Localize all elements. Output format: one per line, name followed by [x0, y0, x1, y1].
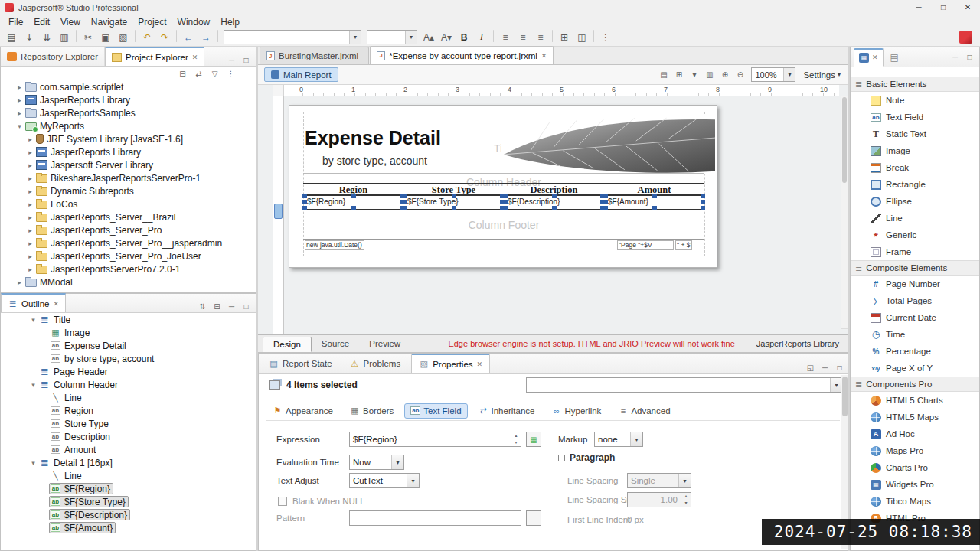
expand-arrow-icon[interactable]: ▸ — [15, 279, 24, 286]
tree-item[interactable]: ▸ JasperReports_Server_Pro__jasperadmin — [10, 236, 256, 249]
menu-item[interactable]: Help — [215, 17, 245, 28]
zoom-level-combo[interactable]: 100% ▾ — [751, 67, 795, 82]
save-icon[interactable]: ↧ — [21, 30, 38, 45]
chevron-down-icon[interactable]: ▾ — [407, 474, 419, 487]
print-icon[interactable]: ▥ — [56, 30, 73, 45]
palette-section-header[interactable]: Components Pro — [851, 377, 979, 392]
outline-item[interactable]: $F{Amount} — [24, 521, 256, 534]
outline-item[interactable]: by store type, account — [24, 352, 256, 365]
palette-item[interactable]: Static Text — [851, 126, 979, 142]
minimize-view-icon[interactable]: ─ — [225, 300, 238, 312]
separator[interactable] — [552, 30, 553, 42]
tab-palette[interactable]: ✕ — [854, 48, 884, 67]
outline-item[interactable]: Page Header — [24, 365, 256, 378]
snap-grid-icon[interactable]: ⊞ — [556, 30, 573, 45]
field-element[interactable]: $F{Store Type} — [405, 196, 502, 208]
expand-arrow-icon[interactable]: ▸ — [25, 253, 35, 260]
selection-handle[interactable] — [503, 194, 508, 198]
collapse-all-icon[interactable]: ⊟ — [176, 67, 189, 80]
chevron-down-icon[interactable]: ▾ — [630, 432, 642, 446]
outline-item[interactable]: Description — [24, 430, 256, 443]
selection-handle[interactable] — [302, 206, 307, 210]
property-tab[interactable]: Borders — [344, 403, 400, 419]
page-format-icon[interactable]: ▤ — [657, 69, 670, 81]
outline-item[interactable]: ▾ Detail 1 [16px] — [24, 456, 256, 469]
outline-item[interactable]: $F{Store Type} — [24, 495, 256, 508]
chevron-down-icon[interactable]: ▾ — [391, 455, 403, 469]
expand-arrow-icon[interactable]: ▸ — [15, 96, 24, 104]
close-tab-icon[interactable]: ✕ — [872, 54, 878, 61]
paste-icon[interactable]: ▧ — [115, 30, 132, 45]
link-editor-icon[interactable]: ⇄ — [192, 67, 205, 80]
palette-item[interactable]: Current Date — [851, 309, 979, 326]
tree-item[interactable]: ▸ JasperReports_Server_Pro_JoeUser — [10, 249, 256, 262]
chevron-down-icon[interactable]: ▾ — [678, 474, 691, 487]
menu-item[interactable]: Project — [132, 17, 172, 28]
expand-arrow-icon[interactable]: ▸ — [25, 227, 35, 234]
design-canvas[interactable]: 012345678910 Expense Detail by store typ… — [258, 85, 850, 334]
palette-item[interactable]: Rectangle — [851, 176, 979, 193]
report-subtitle-text[interactable]: by store type, account — [322, 155, 427, 167]
align-center-icon[interactable]: ≡ — [514, 30, 531, 45]
editor-tab[interactable]: J BurstingMaster.jrxml — [260, 47, 369, 64]
settings-dropdown[interactable]: Settings ▾ — [800, 70, 844, 80]
palette-item[interactable]: Charts Pro — [851, 459, 979, 476]
close-tab-icon[interactable]: ✕ — [192, 54, 198, 61]
palette-item[interactable]: Ad Hoc — [851, 425, 979, 442]
spinner-icon[interactable] — [681, 493, 691, 507]
outline-item[interactable]: $F{Description} — [24, 508, 256, 521]
maximize-view-icon[interactable]: □ — [240, 54, 253, 66]
bottom-tab[interactable]: Properties ✕ — [411, 354, 490, 373]
expand-arrow-icon[interactable]: ▸ — [15, 83, 24, 91]
maximize-view-icon[interactable]: □ — [240, 300, 253, 312]
selection-handle[interactable] — [452, 194, 456, 198]
font-decrease-icon[interactable]: A▾ — [438, 30, 455, 45]
field-element[interactable]: $F{Description} — [505, 196, 603, 208]
separator[interactable] — [135, 30, 136, 42]
expand-arrow-icon[interactable]: ▸ — [25, 214, 35, 221]
tree-item[interactable]: ▸ MModal — [10, 276, 256, 289]
palette-item[interactable]: Total Pages — [851, 292, 979, 309]
tree-item[interactable]: ▸ JasperReports Library — [10, 93, 256, 106]
pattern-input[interactable] — [349, 510, 521, 526]
expand-arrow-icon[interactable]: ▸ — [25, 201, 35, 208]
tree-item[interactable]: ▸ JasperReports_Server__Brazil — [10, 210, 256, 223]
property-tab[interactable]: Text Field — [404, 403, 467, 419]
editor-vertical-scrollbar[interactable] — [841, 96, 848, 329]
date-expression-field[interactable]: new java.util.Date() — [305, 240, 364, 250]
view-tab[interactable]: Source — [312, 337, 359, 350]
minimize-view-icon[interactable]: ─ — [225, 54, 238, 66]
view-tab[interactable]: Design — [263, 337, 312, 352]
property-tab[interactable]: Appearance — [266, 403, 339, 419]
palette-item[interactable]: Time — [851, 326, 979, 343]
selection-handle[interactable] — [403, 200, 407, 204]
scrollbar-thumb[interactable] — [842, 377, 848, 416]
palette-item[interactable]: Line — [851, 210, 979, 227]
leaf-image[interactable] — [501, 116, 717, 174]
selection-handle[interactable] — [302, 200, 307, 204]
outline-item[interactable]: ▾ Column Header — [24, 378, 256, 391]
chevron-down-icon[interactable]: ▾ — [405, 31, 416, 44]
palette-item[interactable]: Tibco Maps — [851, 493, 979, 510]
selection-handle[interactable] — [652, 194, 657, 198]
palette-item[interactable]: Widgets Pro — [851, 476, 979, 493]
palette-item[interactable]: Ellipse — [851, 193, 979, 210]
expression-editor-button[interactable]: ▦ — [526, 432, 541, 447]
expression-input[interactable]: $F{Region} — [349, 432, 521, 447]
minimize-view-icon[interactable]: ─ — [949, 51, 962, 64]
tree-item[interactable]: ▾ MyReports — [10, 119, 256, 132]
tree-item[interactable]: ▸ Jaspersoft Server Library — [10, 158, 256, 171]
tree-item[interactable]: ▸ JasperReports_Server_Pro — [10, 223, 256, 236]
new-report-icon[interactable]: ▤ — [3, 30, 20, 45]
markup-select[interactable]: none ▾ — [594, 432, 643, 447]
editor-tab[interactable]: J *Expense by account type report.jrxml … — [370, 46, 554, 64]
view-menu-icon[interactable]: ⋮ — [597, 30, 614, 45]
forward-icon[interactable]: → — [198, 30, 214, 45]
report-page[interactable]: Expense Detail by store type, account Ti… — [289, 105, 717, 268]
close-tab-icon[interactable]: ✕ — [541, 52, 547, 60]
bold-icon[interactable]: B — [456, 30, 472, 45]
selection-handle[interactable] — [351, 194, 356, 198]
selection-handle[interactable] — [351, 206, 356, 210]
selection-handle[interactable] — [603, 206, 608, 210]
selection-handle[interactable] — [701, 200, 705, 204]
